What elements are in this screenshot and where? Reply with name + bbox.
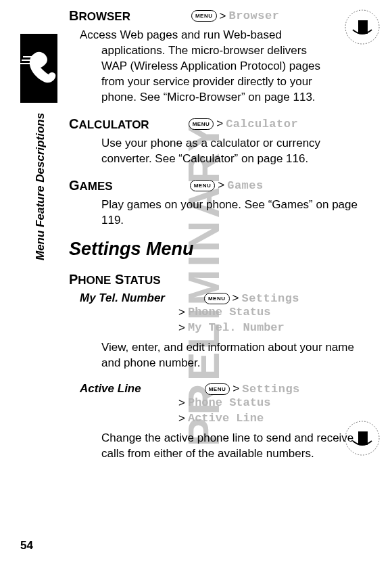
feature-name-activeline: Active Line bbox=[69, 382, 141, 396]
breadcrumb-mytel-2: > Phone Status bbox=[69, 305, 373, 321]
feature-name-games: GAMES bbox=[69, 178, 113, 193]
network-dependent-badge-icon bbox=[345, 9, 380, 45]
feature-name-browser: BROWSER bbox=[69, 8, 130, 24]
network-dependent-badge-icon bbox=[345, 421, 380, 456]
menu-button-icon: MENU bbox=[191, 10, 217, 22]
feature-games-header: GAMES MENU > Games bbox=[69, 178, 373, 193]
path-token: Calculator bbox=[226, 118, 298, 131]
page-number: 54 bbox=[20, 539, 33, 552]
menu-button-icon: MENU bbox=[190, 180, 216, 191]
subhead-phone-status: PHONE STATUS bbox=[69, 272, 373, 287]
feature-mytel-header: My Tel. Number MENU > Settings bbox=[69, 291, 373, 305]
path-token: Settings bbox=[242, 383, 300, 396]
path-token: Browser bbox=[228, 9, 279, 22]
feature-name-calculator: CALCULATOR bbox=[69, 116, 149, 132]
feature-calculator-desc: Use your phone as a calculator or curren… bbox=[69, 136, 373, 167]
svg-point-6 bbox=[362, 442, 364, 444]
sidebar-phone-icon bbox=[20, 34, 57, 103]
sidebar-section-label: Menu Feature Descriptions bbox=[34, 113, 47, 260]
svg-point-4 bbox=[362, 31, 364, 33]
breadcrumb-activeline-2: > Phone Status bbox=[69, 396, 373, 411]
feature-activeline-desc: Change the active phone line to send and… bbox=[69, 431, 373, 462]
breadcrumb-games: MENU > Games bbox=[190, 179, 264, 192]
path-token: Phone Status bbox=[188, 305, 270, 321]
path-token: Active Line bbox=[188, 411, 264, 427]
feature-games-desc: Play games on your phone. See “Games” on… bbox=[69, 197, 373, 229]
feature-calculator-header: CALCULATOR MENU > Calculator bbox=[69, 116, 373, 132]
menu-button-icon: MENU bbox=[189, 118, 214, 130]
breadcrumb-activeline-1: MENU > Settings bbox=[205, 382, 300, 396]
path-token: My Tel. Number bbox=[188, 321, 285, 336]
feature-mytel-desc: View, enter, and edit information about … bbox=[69, 340, 373, 371]
breadcrumb-activeline-3: > Active Line bbox=[69, 411, 373, 427]
feature-browser-desc: Access Web pages and run Web-based appli… bbox=[69, 28, 373, 105]
section-title-settings: Settings Menu bbox=[69, 239, 373, 260]
feature-activeline-header: Active Line MENU > Settings bbox=[69, 382, 373, 396]
feature-name-mytel: My Tel. Number bbox=[69, 291, 165, 305]
feature-browser-header: BROWSER MENU > Browser bbox=[69, 8, 373, 24]
path-token: Settings bbox=[241, 292, 299, 305]
menu-button-icon: MENU bbox=[205, 383, 230, 395]
menu-button-icon: MENU bbox=[204, 293, 230, 304]
path-token: Games bbox=[227, 179, 264, 192]
breadcrumb-mytel-1: MENU > Settings bbox=[204, 291, 299, 305]
breadcrumb-browser: MENU > Browser bbox=[191, 9, 279, 23]
breadcrumb-calculator: MENU > Calculator bbox=[189, 117, 299, 131]
main-content: BROWSER MENU > Browser Access Web pages … bbox=[69, 5, 373, 473]
path-token: Phone Status bbox=[188, 396, 270, 411]
breadcrumb-mytel-3: > My Tel. Number bbox=[69, 321, 373, 336]
